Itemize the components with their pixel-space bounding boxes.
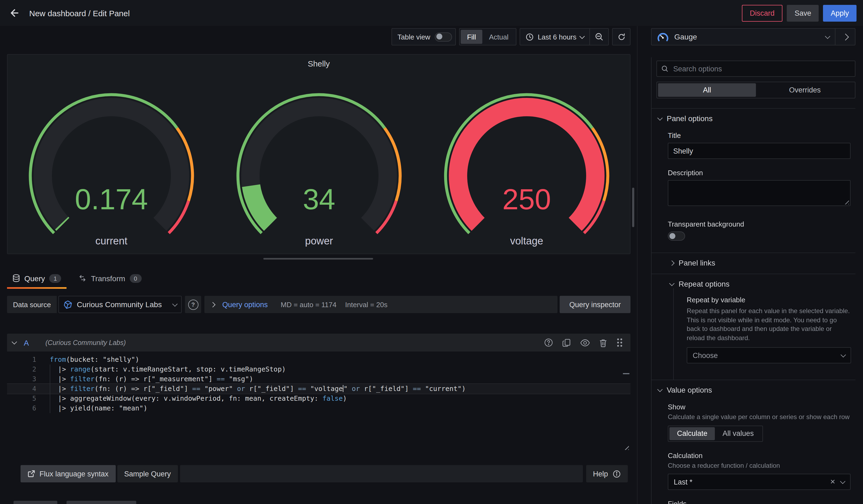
fill-option[interactable]: Fill xyxy=(460,30,482,44)
code-line[interactable]: 4 |> filter(fn: (r) => r["_field"] == "p… xyxy=(7,384,630,394)
database-icon xyxy=(12,274,20,282)
textarea-resize-grip[interactable] xyxy=(844,200,849,204)
description-label: Description xyxy=(668,169,855,177)
panel-title[interactable]: Shelly xyxy=(8,55,630,69)
panel-links-section: Panel links xyxy=(652,253,855,274)
add-expression-button-cutoff[interactable] xyxy=(66,501,136,504)
panel-links-header[interactable]: Panel links xyxy=(656,253,855,274)
discard-button[interactable]: Discard xyxy=(742,4,783,21)
visualization-select[interactable]: Gauge xyxy=(652,29,835,45)
query-inspector-button[interactable]: Query inspector xyxy=(560,296,630,313)
line-number: 5 xyxy=(7,394,36,403)
calculation-value: Last * xyxy=(674,478,830,486)
gauge-value: 34 xyxy=(303,183,335,215)
title-input[interactable] xyxy=(668,143,851,159)
all-values-option[interactable]: All values xyxy=(715,427,762,440)
refresh-icon xyxy=(617,33,625,41)
tab-transform-label: Transform xyxy=(91,274,125,282)
panel-resize-handle[interactable] xyxy=(263,258,373,260)
clock-icon xyxy=(526,33,534,41)
table-view-toggle[interactable] xyxy=(435,32,452,41)
gauge-arc: 0.174 xyxy=(8,84,215,234)
panel-options-title: Panel options xyxy=(667,114,713,123)
panel-options-header[interactable]: Panel options xyxy=(656,109,855,123)
time-range-group: Last 6 hours xyxy=(520,28,609,46)
indent-guide xyxy=(50,365,50,413)
code-line[interactable]: 6 |> yield(name: "mean") xyxy=(7,403,630,413)
options-sidebar: Gauge All Overrides Panel options xyxy=(637,26,863,504)
calculate-option[interactable]: Calculate xyxy=(670,427,715,440)
repeat-variable-placeholder: Choose xyxy=(693,351,841,360)
add-query-button-cutoff[interactable] xyxy=(13,501,57,504)
chevron-down-icon xyxy=(840,478,846,484)
hide-query-icon[interactable] xyxy=(580,339,590,346)
time-range-picker[interactable]: Last 6 hours xyxy=(521,29,589,45)
question-icon: ? xyxy=(188,299,198,310)
query-help-icon[interactable] xyxy=(544,338,553,347)
query-options-link[interactable]: Query options xyxy=(222,300,268,308)
tab-all[interactable]: All xyxy=(658,83,756,97)
zoom-out-button[interactable] xyxy=(589,29,608,45)
code-line[interactable]: 2 |> range(start: v.timeRangeStart, stop… xyxy=(7,365,630,374)
datasource-label: Data source xyxy=(7,296,57,313)
transparent-background-toggle[interactable] xyxy=(668,231,685,241)
main-content: Table view Fill Actual Last 6 hours xyxy=(0,26,637,504)
help-button[interactable]: Help xyxy=(586,465,628,482)
editor-resize-grip[interactable] xyxy=(624,444,629,450)
calculation-select[interactable]: Last * ✕ xyxy=(668,474,851,490)
collapse-options-button[interactable] xyxy=(835,29,855,45)
chevron-right-icon xyxy=(210,302,215,307)
code-line[interactable]: 3 |> filter(fn: (r) => r["_measurement"]… xyxy=(7,374,630,384)
actual-option[interactable]: Actual xyxy=(483,30,515,44)
query-options-bar[interactable]: Query options MD = auto = 1174 Interval … xyxy=(204,296,558,313)
flux-code-editor[interactable]: 1from(bucket: "shelly")2 |> range(start:… xyxy=(7,352,630,452)
panel-options-section: Panel options Title Description Transpar… xyxy=(652,108,855,241)
value-options-header[interactable]: Value options xyxy=(656,380,855,394)
gauge-label: power xyxy=(305,235,333,247)
clear-icon[interactable]: ✕ xyxy=(830,478,835,486)
tab-query[interactable]: Query 1 xyxy=(7,269,67,287)
gauge-label: current xyxy=(96,235,127,247)
description-textarea[interactable] xyxy=(668,180,851,206)
chevron-down-icon xyxy=(840,352,846,357)
search-options-input[interactable] xyxy=(672,64,851,73)
repeat-by-variable-desc: Repeat this panel for each value in the … xyxy=(687,307,851,342)
refresh-button[interactable] xyxy=(612,28,630,46)
query-header: A (Curious Community Labs) xyxy=(7,333,630,352)
search-icon xyxy=(661,65,668,73)
datasource-help-button[interactable]: ? xyxy=(185,296,201,313)
query-actions xyxy=(544,338,623,347)
query-datasource-hint: (Curious Community Labs) xyxy=(46,339,544,346)
query-count-badge: 1 xyxy=(49,274,61,282)
tab-overrides[interactable]: Overrides xyxy=(756,83,854,97)
code-line[interactable]: 5 |> aggregateWindow(every: v.windowPeri… xyxy=(7,394,630,403)
flux-syntax-button[interactable]: Flux language syntax xyxy=(21,465,115,482)
show-label: Show xyxy=(668,403,855,411)
panel-links-title: Panel links xyxy=(679,259,715,267)
save-button[interactable]: Save xyxy=(787,4,819,21)
influxdb-icon xyxy=(63,300,73,309)
drag-handle-icon[interactable] xyxy=(616,338,623,347)
repeat-options-header[interactable]: Repeat options xyxy=(656,274,855,288)
options-filter-tabs: All Overrides xyxy=(656,81,855,98)
tab-transform[interactable]: Transform 0 xyxy=(73,269,147,287)
delete-query-icon[interactable] xyxy=(599,338,607,347)
query-ref-id[interactable]: A xyxy=(24,338,32,347)
chevron-down-icon xyxy=(825,33,830,39)
query-footer: Flux language syntax Sample Query Help xyxy=(21,465,628,482)
repeat-variable-select[interactable]: Choose xyxy=(687,347,851,363)
apply-button[interactable]: Apply xyxy=(823,4,856,21)
transparent-background-label: Transparent background xyxy=(668,220,855,228)
datasource-select[interactable]: Curious Community Labs xyxy=(59,296,182,313)
code-line[interactable]: 1from(bucket: "shelly") xyxy=(7,355,630,365)
sample-query-button[interactable]: Sample Query xyxy=(117,465,178,482)
back-arrow-icon[interactable] xyxy=(7,5,22,21)
collapse-query-icon[interactable] xyxy=(12,339,17,344)
content-scrollbar-thumb[interactable] xyxy=(632,188,634,227)
duplicate-query-icon[interactable] xyxy=(562,338,571,347)
line-number: 2 xyxy=(7,365,36,374)
gauge-voltage: 250voltage xyxy=(423,84,630,247)
gauge-label: voltage xyxy=(510,235,543,247)
line-number: 1 xyxy=(7,355,36,365)
chevron-down-icon xyxy=(669,280,675,286)
